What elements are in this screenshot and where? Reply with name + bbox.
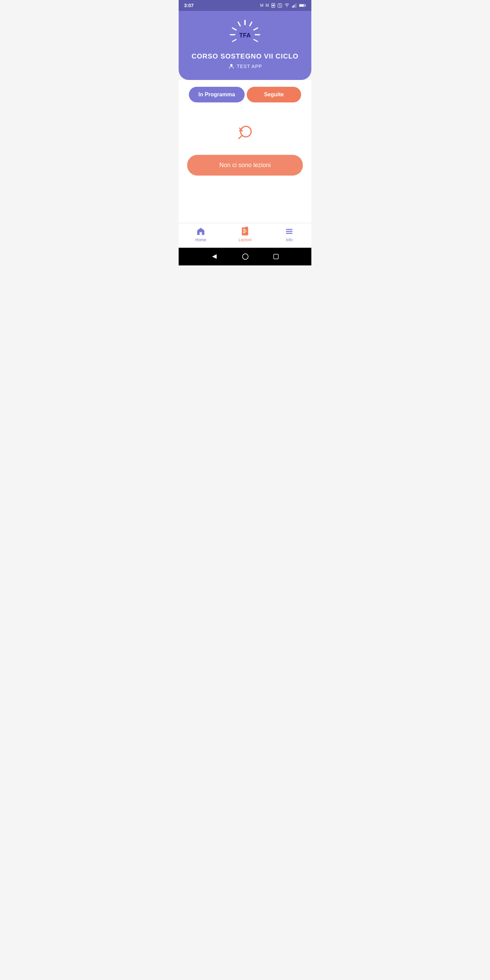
home-icon [196, 227, 205, 236]
battery-icon [299, 3, 306, 8]
app-title: CORSO SOSTEGNO VII CICLO [192, 52, 298, 60]
empty-state: Non ci sono lezioni [185, 116, 305, 182]
svg-line-12 [254, 28, 258, 30]
mail-icon-2: M [266, 3, 269, 8]
status-bar: 3:07 M M S [179, 0, 311, 11]
svg-marker-35 [212, 254, 217, 259]
svg-rect-3 [292, 6, 293, 8]
svg-line-14 [254, 40, 258, 41]
svg-rect-1 [272, 5, 274, 6]
svg-rect-25 [200, 232, 202, 235]
svg-line-15 [238, 22, 240, 26]
svg-line-22 [239, 135, 242, 138]
mail-icon-1: M [260, 3, 263, 8]
svg-rect-9 [305, 5, 306, 6]
main-content: In Programma Seguite Non ci sono lezioni [179, 80, 311, 223]
user-info: TEST APP [228, 63, 262, 70]
user-icon [228, 63, 235, 70]
android-nav-bar [179, 248, 311, 266]
svg-point-36 [243, 254, 248, 259]
svg-line-18 [232, 40, 236, 41]
svg-rect-37 [274, 254, 278, 259]
no-results-icon [235, 123, 255, 145]
android-home-button[interactable] [242, 253, 249, 260]
user-label: TEST APP [237, 64, 262, 69]
info-icon [285, 227, 294, 236]
android-recents-button[interactable] [273, 253, 279, 259]
svg-line-11 [250, 22, 252, 26]
sim-icon [271, 3, 275, 8]
app-header: TFA CORSO SOSTEGNO VII CICLO TEST APP [179, 11, 311, 80]
nav-lezioni[interactable]: Lezioni [233, 227, 257, 242]
svg-rect-29 [243, 232, 245, 233]
app-logo: TFA [230, 18, 260, 48]
android-back-button[interactable] [211, 253, 218, 260]
no-lessons-button[interactable]: Non ci sono lezioni [187, 155, 303, 176]
status-time: 3:07 [184, 3, 194, 8]
lezioni-icon [240, 227, 250, 236]
wifi-icon [284, 3, 290, 8]
nav-lezioni-label: Lezioni [239, 237, 251, 242]
svg-rect-30 [245, 227, 248, 231]
s-icon: S [278, 3, 282, 8]
nav-info[interactable]: Info [277, 227, 301, 242]
svg-rect-5 [295, 4, 295, 8]
nav-info-label: Info [286, 237, 293, 242]
svg-point-2 [286, 6, 287, 7]
svg-text:TFA: TFA [239, 32, 251, 39]
svg-rect-6 [296, 3, 296, 8]
svg-rect-8 [299, 5, 304, 6]
svg-point-20 [230, 64, 232, 66]
status-icons: M M S [260, 3, 306, 8]
in-programma-button[interactable]: In Programma [189, 87, 245, 102]
logo-container: TFA [230, 18, 260, 48]
bottom-navigation: Home Lezioni Info [179, 223, 311, 248]
signal-icon [292, 3, 297, 8]
seguite-button[interactable]: Seguite [247, 87, 301, 102]
svg-rect-4 [293, 5, 294, 8]
toggle-row: In Programma Seguite [185, 87, 305, 102]
svg-line-16 [232, 28, 236, 30]
nav-home[interactable]: Home [189, 227, 213, 242]
nav-home-label: Home [195, 237, 206, 242]
